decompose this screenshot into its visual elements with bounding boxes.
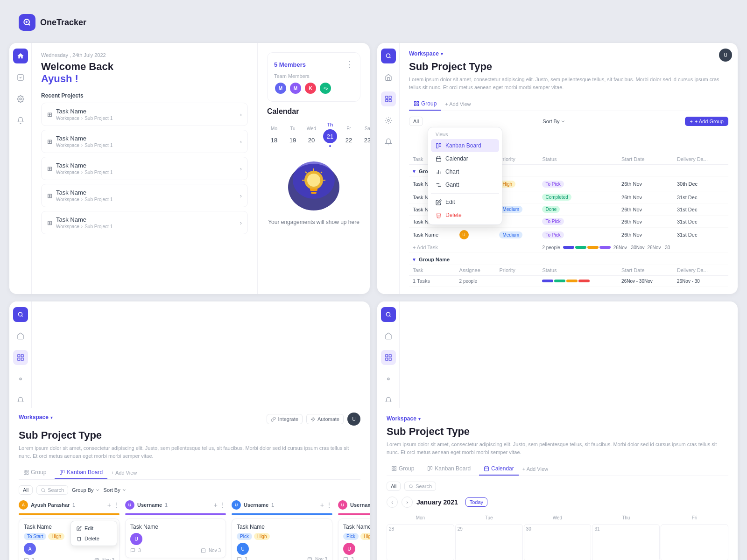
add-view-2[interactable]: + Add View [445, 101, 471, 107]
tab-group-4[interactable]: Group [387, 462, 419, 476]
integrate-button[interactable]: Integrate [267, 414, 302, 424]
cal-cell-29[interactable]: 29 [455, 524, 523, 560]
card-comment-count: 3 [32, 558, 35, 560]
project-item[interactable]: ⊞ Task Name Workspace › Sub Project 1 › [41, 211, 248, 234]
cal-today-btn[interactable]: Today [465, 497, 487, 507]
sidebar-home-4-icon[interactable] [381, 329, 396, 343]
context-menu-edit[interactable]: Edit [431, 196, 499, 209]
workspace-chevron-4-icon[interactable]: ▾ [418, 416, 421, 421]
status-cell: Done [538, 203, 618, 216]
calendar-days: Mo 18 Tu 19 Wed 20 Th 21 [267, 122, 360, 147]
workspace-label-3[interactable]: Workspace [19, 414, 49, 420]
filter-all-4[interactable]: All [387, 482, 401, 491]
cal-cell-31[interactable]: 31 [592, 524, 660, 560]
avatar: K [304, 82, 317, 95]
search-box-3[interactable]: Search [36, 485, 68, 495]
filter-all-3[interactable]: All [19, 485, 33, 495]
project-item[interactable]: ⊞ Task Name Workspace › Sub Project 1 › [41, 157, 248, 180]
tab-group-2[interactable]: Group [409, 98, 441, 111]
sidebar-logo-icon[interactable] [381, 49, 396, 63]
sidebar-settings-4-icon[interactable] [381, 371, 396, 386]
add-view-3[interactable]: + Add View [111, 470, 137, 476]
kanban-card-3: Task Name Pick High U 3 [232, 518, 332, 560]
card-edit-btn[interactable]: Edit [73, 523, 115, 533]
sidebar-grid-2-icon[interactable] [381, 91, 396, 106]
col-add-1-icon[interactable]: + [107, 501, 111, 509]
cal-prev-btn[interactable]: ‹ [387, 497, 398, 508]
project-item[interactable]: ⊞ Task Name Workspace › Sub Project 1 › [41, 130, 248, 153]
workspace-label-2[interactable]: Workspace [409, 50, 439, 57]
sidebar-left-2 [377, 43, 400, 294]
sidebar-logo-3-icon[interactable] [13, 307, 28, 322]
project-title-3: Sub Project Type [19, 429, 360, 441]
sidebar-settings-2-icon[interactable] [381, 113, 396, 128]
panel2-user-avatar[interactable]: U [719, 49, 732, 62]
sort-by-btn-3[interactable]: Sort By [104, 487, 127, 493]
tab-group-3[interactable]: Group [19, 466, 51, 479]
context-menu-calendar[interactable]: Calendar [431, 152, 499, 165]
card-title-4: Task Name [343, 524, 370, 530]
col-add-2-icon[interactable]: + [214, 501, 218, 509]
cal-next-btn[interactable]: › [402, 497, 413, 508]
col-more-3-icon[interactable]: ⋮ [326, 501, 332, 509]
svg-rect-17 [386, 99, 388, 102]
filter-all-2[interactable]: All [409, 117, 423, 126]
project-icon: ⊞ [47, 219, 52, 226]
sidebar-bell-3-icon[interactable] [13, 393, 28, 408]
col-more-2-icon[interactable]: ⋮ [219, 501, 226, 509]
tab-kanban-3[interactable]: Kanban Board [55, 466, 107, 479]
chevron-right-icon: › [240, 165, 242, 172]
sidebar-home-3-icon[interactable] [13, 329, 28, 343]
card-footer-3: 3 Nov 3 [237, 557, 327, 560]
team-more-icon[interactable]: ⋮ [345, 59, 353, 70]
svg-rect-66 [389, 358, 391, 360]
panel-kanban: Workspace ▾ Integrate Automate U Sub [9, 301, 370, 560]
cal-day: Mo 18 [267, 126, 281, 147]
sidebar-bell-2-icon[interactable] [381, 134, 396, 149]
recent-projects-label: Recent Projects [41, 92, 248, 99]
sidebar-logo-4-icon[interactable] [381, 307, 396, 322]
sidebar-grid-4-icon[interactable] [381, 350, 396, 365]
search-box-4[interactable]: Search [404, 482, 436, 491]
cal-cell-empty[interactable] [661, 524, 728, 560]
col-title-1: Ayush Parashar [31, 502, 70, 508]
add-view-4[interactable]: + Add View [522, 466, 548, 472]
workspace-label-4[interactable]: Workspace [387, 415, 416, 422]
context-menu-gantt[interactable]: Gantt [431, 178, 499, 191]
card-delete-btn[interactable]: Delete [73, 533, 115, 544]
tab-kanban-4[interactable]: Kanban Board [423, 462, 475, 476]
sidebar-bell-4-icon[interactable] [381, 393, 396, 408]
col-add-3-icon[interactable]: + [320, 501, 324, 509]
automate-button[interactable]: Automate [306, 414, 344, 424]
sidebar-settings-3-icon[interactable] [13, 371, 28, 386]
sidebar-settings-icon[interactable] [13, 91, 28, 106]
sort-by-btn-2[interactable]: Sort By [543, 119, 565, 124]
panel3-user-avatar[interactable]: U [347, 413, 360, 426]
cal-cell-30[interactable]: 30 [524, 524, 592, 560]
card-avatar-3: U [237, 543, 249, 555]
sidebar-bell-icon[interactable] [13, 113, 28, 128]
svg-rect-7 [310, 189, 317, 191]
context-menu-kanban[interactable]: Kanban Board [431, 139, 499, 152]
logo-icon[interactable] [19, 14, 35, 31]
context-menu-chart[interactable]: Chart [431, 165, 499, 178]
add-group-button[interactable]: + + Add Group [685, 117, 728, 126]
add-task-row[interactable]: + Add Task 2 people 26Nov - 30 [409, 242, 728, 253]
cal-cell-28[interactable]: 28 [387, 524, 454, 560]
project-item[interactable]: ⊞ Task Name Workspace › Sub Project 1 › [41, 184, 248, 207]
group-by-btn[interactable]: Group By [72, 487, 99, 493]
project-item[interactable]: ⊞ Task Name Workspace › Sub Project 1 › [41, 103, 248, 126]
context-menu-delete[interactable]: Delete [431, 209, 499, 222]
sidebar-grid-3-icon[interactable] [13, 350, 28, 365]
col-more-1-icon[interactable]: ⋮ [113, 501, 120, 509]
svg-marker-42 [311, 417, 315, 421]
sidebar-home-icon[interactable] [13, 49, 28, 63]
workspace-chevron-3-icon[interactable]: ▾ [50, 415, 53, 420]
sidebar-tasks-icon[interactable] [13, 70, 28, 85]
workspace-chevron-icon-2[interactable]: ▾ [441, 51, 443, 56]
status-cell: To Pick [538, 177, 618, 191]
tab-calendar-4[interactable]: Calendar [479, 462, 519, 476]
sidebar-home-2-icon[interactable] [381, 70, 396, 85]
sidebar-left-3 [9, 301, 32, 408]
svg-rect-45 [24, 473, 26, 475]
